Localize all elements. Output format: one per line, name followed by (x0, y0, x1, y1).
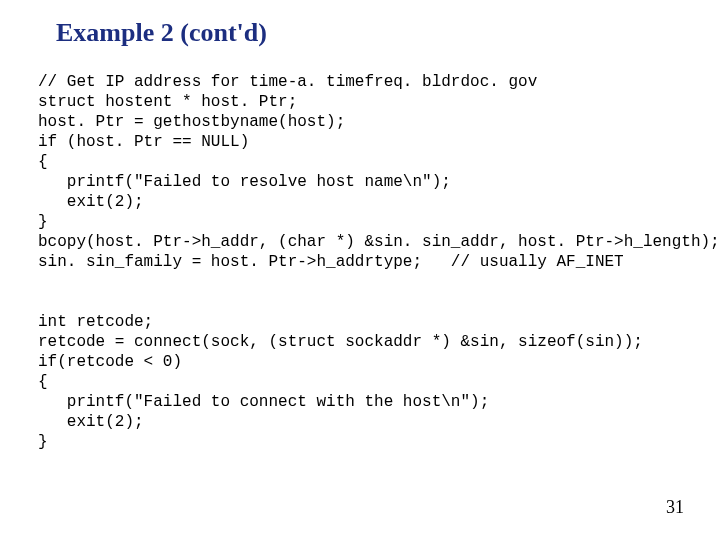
slide-title: Example 2 (cont'd) (56, 18, 267, 48)
page-number: 31 (666, 497, 684, 518)
code-block: // Get IP address for time-a. timefreq. … (38, 72, 720, 452)
slide: Example 2 (cont'd) // Get IP address for… (0, 0, 720, 540)
